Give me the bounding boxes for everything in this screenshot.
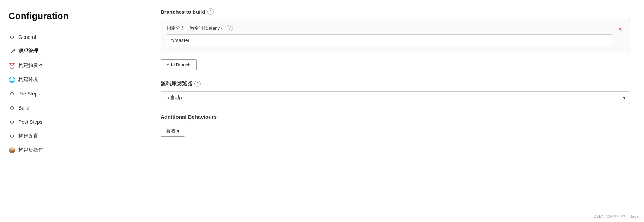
sidebar-item-label-source-management: 源码管理 (18, 48, 38, 54)
build-trigger-icon: ⏰ (8, 62, 16, 69)
sidebar-item-build-trigger[interactable]: ⏰ 构建触发器 (0, 58, 146, 72)
sidebar-item-post-steps[interactable]: ⚙ Post Steps (0, 115, 146, 129)
main-content: Branches to build ? 指定分支（为空时代表any） ? ✕ A… (146, 0, 644, 222)
page-title: Configuration (0, 7, 146, 30)
sidebar-item-label-build-env: 构建环境 (18, 76, 38, 83)
post-build-icon: 📦 (8, 147, 16, 154)
sidebar-item-pre-steps[interactable]: ⚙ Pre Steps (0, 87, 146, 101)
add-new-chevron-icon: ▾ (177, 128, 180, 134)
branch-sub-label-text: 指定分支（为空时代表any） (167, 25, 224, 31)
sidebar: Configuration ⚙ General ⎇ 源码管理 ⏰ 构建触发器 🌐… (0, 0, 146, 222)
branch-sub-help-icon[interactable]: ? (227, 25, 233, 31)
repo-browser-label-row: 源码库浏览器 ? (161, 80, 630, 87)
sidebar-item-label-build: Build (18, 105, 29, 111)
sidebar-item-source-management[interactable]: ⎇ 源码管理 (0, 44, 146, 58)
sidebar-item-label-pre-steps: Pre Steps (18, 91, 40, 97)
repo-browser-select[interactable]: （自动） (161, 91, 630, 104)
sidebar-item-label-build-trigger: 构建触发器 (18, 62, 43, 69)
branches-to-build-section: Branches to build ? (161, 8, 630, 15)
post-steps-icon: ⚙ (8, 118, 16, 125)
repo-browser-help-icon[interactable]: ? (194, 81, 201, 87)
repo-browser-label: 源码库浏览器 (161, 80, 192, 87)
branch-sub-label-row: 指定分支（为空时代表any） ? (167, 25, 612, 31)
build-icon: ⚙ (8, 104, 16, 111)
sidebar-item-post-build[interactable]: 📦 构建后操作 (0, 143, 146, 157)
branches-help-icon[interactable]: ? (207, 8, 214, 15)
branch-row: 指定分支（为空时代表any） ? ✕ (167, 25, 624, 46)
footer-credit: CSDN @阿拉灯神丁-Java (594, 214, 638, 219)
sidebar-item-build[interactable]: ⚙ Build (0, 101, 146, 115)
branch-container: 指定分支（为空时代表any） ? ✕ (161, 19, 630, 52)
sidebar-item-label-post-build: 构建后操作 (18, 147, 43, 153)
add-branch-button[interactable]: Add Branch (161, 59, 197, 70)
build-settings-icon: ⚙ (8, 133, 16, 140)
sidebar-item-label-build-settings: 构建设置 (18, 133, 38, 139)
sidebar-item-build-env[interactable]: 🌐 构建环境 (0, 72, 146, 87)
sidebar-item-label-general: General (18, 34, 36, 40)
general-icon: ⚙ (8, 34, 16, 41)
source-management-icon: ⎇ (8, 48, 16, 55)
add-new-label: 新增 (166, 128, 175, 134)
close-icon: ✕ (618, 27, 622, 32)
sidebar-item-build-settings[interactable]: ⚙ 构建设置 (0, 129, 146, 143)
sidebar-item-label-post-steps: Post Steps (18, 119, 42, 125)
repo-browser-section: 源码库浏览器 ? （自动） ▾ (161, 80, 630, 104)
add-new-button[interactable]: 新增 ▾ (161, 125, 185, 137)
repo-browser-select-wrapper: （自动） ▾ (161, 91, 630, 104)
sidebar-item-general[interactable]: ⚙ General (0, 30, 146, 44)
branch-input[interactable] (167, 34, 612, 46)
add-branch-label: Add Branch (167, 62, 191, 68)
additional-behaviours-label: Additional Behaviours (161, 114, 630, 120)
branches-to-build-label: Branches to build (161, 9, 205, 15)
branch-inner: 指定分支（为空时代表any） ? (167, 25, 612, 46)
branch-close-button[interactable]: ✕ (616, 25, 624, 34)
pre-steps-icon: ⚙ (8, 90, 16, 97)
build-env-icon: 🌐 (8, 76, 16, 83)
additional-behaviours-section: Additional Behaviours 新增 ▾ (161, 114, 630, 137)
